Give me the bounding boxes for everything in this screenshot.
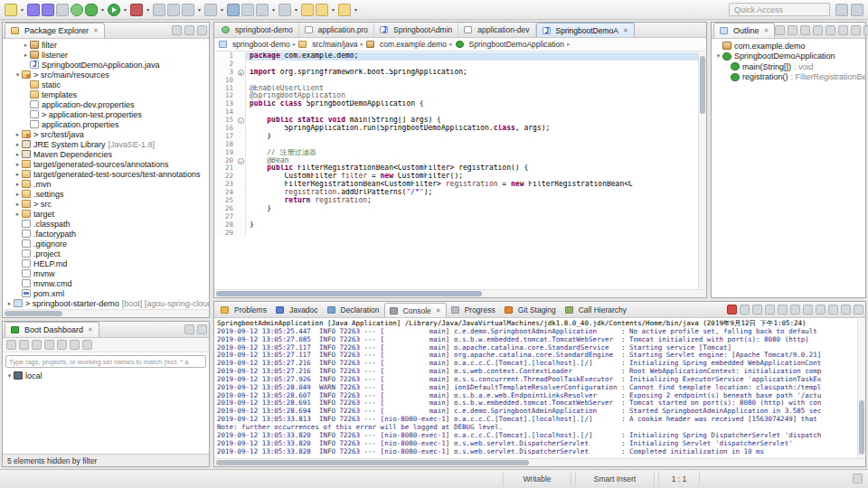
tree-item[interactable]: > application-test.properties xyxy=(3,109,209,119)
editor-tab[interactable]: application.pro xyxy=(299,23,374,37)
bd-menu-icon[interactable] xyxy=(82,340,92,350)
console-output[interactable]: SpringbootAdminApplication [Java Applica… xyxy=(214,319,857,458)
code-line[interactable]: 2 xyxy=(214,61,698,69)
run-dropdown-icon[interactable]: ▾ xyxy=(122,6,128,13)
boot-dashboard-filter-input[interactable] xyxy=(5,355,206,368)
code-line[interactable]: 21 public FilterRegistrationBean<CustomF… xyxy=(214,164,698,173)
scrollbar-thumb[interactable] xyxy=(216,460,529,465)
code-line[interactable]: 24 registration.addUrlPatterns("/*"); xyxy=(214,189,698,197)
scroll-lock-icon[interactable] xyxy=(778,305,788,314)
annotation-next-dropdown-icon[interactable]: ▾ xyxy=(270,6,277,13)
tab-outline[interactable]: Outline ✕ xyxy=(713,23,775,38)
bd-open-browser-icon[interactable] xyxy=(70,340,80,350)
tree-item[interactable]: ▸> springboot-starter-demo[boot] [agou-s… xyxy=(3,298,209,308)
open-task-icon[interactable] xyxy=(204,4,217,16)
code-line[interactable]: 11@EnableUserClient xyxy=(214,85,698,93)
console-view-tab[interactable]: Progress xyxy=(447,303,500,317)
tree-item[interactable]: ▸listener xyxy=(3,50,209,60)
annotation-next-icon[interactable] xyxy=(256,4,269,16)
back-icon[interactable] xyxy=(316,4,328,16)
tree-item[interactable]: .classpath xyxy=(3,219,209,229)
view-menu-icon[interactable] xyxy=(838,25,848,35)
bd-start-debug-icon[interactable] xyxy=(19,340,29,350)
tab-package-explorer[interactable]: Package Explorer ✕ xyxy=(5,23,105,38)
scrollbar-thumb[interactable] xyxy=(859,400,864,455)
open-task-dropdown-icon[interactable]: ▾ xyxy=(219,6,225,13)
code-line[interactable]: 10 xyxy=(214,77,698,85)
bd-open-console-icon[interactable] xyxy=(57,340,67,350)
package-explorer-hscrollbar[interactable] xyxy=(3,309,209,317)
quick-access-input[interactable] xyxy=(729,3,830,16)
tree-item[interactable]: registration(): FilterRegistrationBean< xyxy=(712,72,865,83)
code-line[interactable]: 18 xyxy=(214,141,698,149)
minimize-icon[interactable] xyxy=(184,324,194,334)
terminate-icon[interactable] xyxy=(727,305,737,314)
tree-item[interactable]: application-dev.properties xyxy=(3,99,209,109)
tree-item[interactable]: ▸target/generated-test-sources/test-anno… xyxy=(3,169,209,179)
code-line[interactable]: 22 CustomFilter filter = new CustomFilte… xyxy=(214,173,698,181)
tree-item[interactable]: application.properties xyxy=(3,119,209,129)
code-line[interactable]: 17 } xyxy=(214,133,698,141)
tree-item[interactable]: ▸.mvn xyxy=(3,179,209,189)
tree-item[interactable]: com.example.demo xyxy=(712,41,865,52)
tree-item[interactable]: mvnw.cmd xyxy=(3,278,209,288)
display-selected-console-icon[interactable] xyxy=(816,305,826,314)
console-view-tab[interactable]: Javadoc xyxy=(271,303,323,317)
remove-all-launches-icon[interactable] xyxy=(752,305,762,314)
maximize-icon[interactable] xyxy=(197,25,207,35)
collapse-all-icon[interactable] xyxy=(775,25,785,35)
close-icon[interactable]: ✕ xyxy=(88,326,93,333)
annotation-prev-dropdown-icon[interactable]: ▾ xyxy=(293,6,299,13)
hide-static-icon[interactable] xyxy=(813,25,823,35)
console-view-tab[interactable]: Problems xyxy=(216,303,271,317)
search-icon[interactable] xyxy=(227,4,240,16)
tree-item[interactable]: static xyxy=(3,80,209,89)
console-hscrollbar[interactable] xyxy=(214,458,865,466)
bd-restart-icon[interactable] xyxy=(44,340,54,350)
breadcrumb-item[interactable]: com.example.demo xyxy=(366,40,447,49)
tree-item[interactable]: .factorypath xyxy=(3,229,209,239)
remove-launch-icon[interactable] xyxy=(740,305,750,314)
editor-tab[interactable]: SpringbootDemoA✕ xyxy=(536,23,635,37)
save-icon[interactable] xyxy=(27,4,40,16)
coverage-dropdown-icon[interactable]: ▾ xyxy=(145,6,151,13)
tree-item[interactable]: ▸> src/test/java xyxy=(3,129,209,139)
forward-icon[interactable] xyxy=(338,4,351,16)
tree-item[interactable]: ▾local xyxy=(3,371,209,380)
code-line[interactable]: 3+import org.springframework.boot.Spring… xyxy=(214,69,698,77)
close-icon[interactable]: ✕ xyxy=(436,307,441,314)
code-line[interactable]: 13public class SpringbootDemoApplication… xyxy=(214,100,698,108)
tree-item[interactable]: pom.xml xyxy=(3,288,209,298)
run-icon[interactable] xyxy=(108,4,120,16)
debug-dropdown-icon[interactable]: ▾ xyxy=(99,6,106,13)
clear-console-icon[interactable] xyxy=(765,305,775,314)
close-icon[interactable]: ✕ xyxy=(623,27,628,34)
minimize-icon[interactable] xyxy=(841,305,851,314)
code-line[interactable]: 20− @Bean xyxy=(214,157,698,165)
open-console-icon[interactable] xyxy=(828,305,838,314)
view-menu-icon[interactable] xyxy=(172,25,182,35)
code-line[interactable]: 28} xyxy=(214,221,698,230)
tree-item[interactable]: templates xyxy=(3,89,209,99)
code-line[interactable]: 16 SpringApplication.run(SpringbootDemoA… xyxy=(214,125,698,133)
last-edit-location-icon[interactable] xyxy=(301,4,314,16)
new-class-icon[interactable] xyxy=(182,4,194,16)
tree-item[interactable]: mvnw xyxy=(3,268,209,278)
debug-icon[interactable] xyxy=(85,4,98,16)
console-view-tab[interactable]: Declaration xyxy=(323,303,384,317)
maximize-icon[interactable] xyxy=(197,324,207,334)
tree-item[interactable]: ▸target xyxy=(3,209,209,219)
editor-tab[interactable]: application-dev xyxy=(458,23,535,37)
code-editor[interactable]: 1package com.example.demo;23+import org.… xyxy=(214,52,698,289)
editor-vscrollbar[interactable] xyxy=(698,52,706,289)
tab-boot-dashboard[interactable]: Boot Dashboard ✕ xyxy=(5,322,99,337)
annotation-prev-icon[interactable] xyxy=(278,4,291,16)
console-vscrollbar[interactable] xyxy=(857,319,865,458)
tree-item[interactable]: ▸JRE System Library[JavaSE-1.8] xyxy=(3,139,209,149)
maximize-icon[interactable] xyxy=(863,25,868,35)
open-type-icon[interactable] xyxy=(241,4,254,16)
tree-item[interactable]: ▾SpringbootDemoApplication xyxy=(712,52,865,62)
tree-item[interactable]: .project xyxy=(3,249,209,258)
tree-item[interactable]: HELP.md xyxy=(3,258,209,268)
bd-start-icon[interactable] xyxy=(6,340,16,350)
